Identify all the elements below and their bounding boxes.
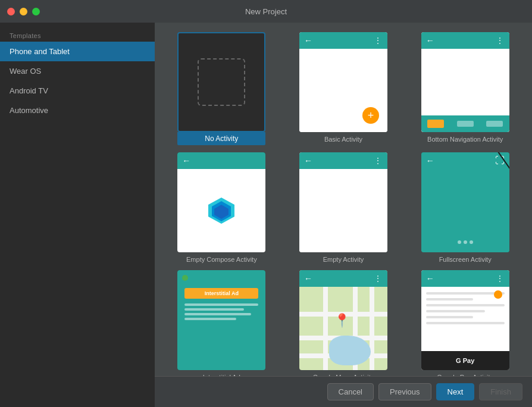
template-card-basic-activity[interactable]: ← ⋮ + Basic Activity xyxy=(286,32,401,145)
compose-header: ← xyxy=(177,152,265,169)
fullscreen-bg xyxy=(421,152,509,252)
compose-body xyxy=(177,169,265,252)
nav-item-1 xyxy=(457,121,474,127)
interstitial-mockup: Interstitial Ad xyxy=(177,270,265,370)
map-road-v3 xyxy=(370,287,374,370)
fullscreen-thumbnail: ← ⛶ xyxy=(421,152,509,252)
sidebar-item-phone-tablet[interactable]: Phone and Tablet xyxy=(0,42,155,61)
template-card-empty-activity[interactable]: ← ⋮ Empty Activity xyxy=(286,152,401,263)
empty-activity-label: Empty Activity xyxy=(323,256,364,263)
nav-item-2 xyxy=(486,121,503,127)
window-controls xyxy=(7,8,40,15)
basic-activity-label: Basic Activity xyxy=(324,136,362,143)
gpay-dots-icon: ⋮ xyxy=(496,274,505,283)
content-area: No Activity ← ⋮ + Basic Activity xyxy=(155,23,532,407)
empty-compose-label: Empty Compose Activity xyxy=(186,256,257,263)
maps-thumbnail: ← ⋮ 📍 xyxy=(299,270,387,370)
interstitial-thumbnail: Interstitial Ad xyxy=(177,270,265,370)
gpay-logo-text: G Pay xyxy=(456,357,474,364)
sidebar-item-wear-os[interactable]: Wear OS xyxy=(0,61,155,81)
main-layout: Templates Phone and Tablet Wear OS Andro… xyxy=(0,23,532,407)
finish-button: Finish xyxy=(479,383,522,400)
nav-item-active xyxy=(427,120,444,128)
template-card-fullscreen[interactable]: ← ⛶ xyxy=(408,152,522,263)
basic-activity-mockup: ← ⋮ + xyxy=(299,32,387,132)
gpay-mockup: ← ⋮ G Pay xyxy=(421,270,509,370)
template-card-maps[interactable]: ← ⋮ 📍 xyxy=(286,270,401,376)
map-water xyxy=(329,336,371,365)
fullscreen-indicator-dots xyxy=(458,240,473,244)
minimize-button[interactable] xyxy=(20,8,27,15)
bottom-navigation-bar xyxy=(421,115,509,132)
menu-dots-icon: ⋮ xyxy=(374,36,383,45)
fullscreen-line xyxy=(440,152,509,169)
window-title: New Project xyxy=(245,7,287,16)
bottom-nav-header: ← ⋮ xyxy=(421,32,509,49)
template-card-interstitial[interactable]: Interstitial Ad Interstitial Ad xyxy=(164,270,279,376)
fullscreen-label: Fullscreen Activity xyxy=(439,256,492,263)
next-button[interactable]: Next xyxy=(436,383,475,400)
template-card-gpay[interactable]: ← ⋮ G Pay xyxy=(408,270,522,376)
menu-dots-icon: ⋮ xyxy=(496,36,505,45)
previous-button[interactable]: Previous xyxy=(378,383,431,400)
fullscreen-mockup: ← ⛶ xyxy=(421,152,509,252)
back-arrow-icon: ← xyxy=(304,36,312,45)
back-arrow-icon: ← xyxy=(426,36,434,45)
basic-activity-body: + xyxy=(299,49,387,132)
bottom-nav-mockup: ← ⋮ xyxy=(421,32,509,132)
sidebar-item-android-tv[interactable]: Android TV xyxy=(0,81,155,101)
empty-compose-mockup: ← xyxy=(177,152,265,252)
basic-activity-header: ← ⋮ xyxy=(299,32,387,49)
interstitial-dot xyxy=(182,275,188,281)
close-button[interactable] xyxy=(7,8,15,15)
basic-activity-thumbnail: ← ⋮ + xyxy=(299,32,387,132)
empty-activity-mockup: ← ⋮ xyxy=(299,152,387,252)
gpay-header: ← ⋮ xyxy=(421,270,509,287)
interstitial-ad-label: Interstitial Ad xyxy=(184,288,258,299)
bottom-nav-label: Bottom Navigation Activity xyxy=(427,136,503,143)
no-activity-label: No Activity xyxy=(177,132,265,145)
menu-dots-icon: ⋮ xyxy=(374,156,383,165)
map-road-v1 xyxy=(323,287,328,370)
sidebar-item-automotive[interactable]: Automotive xyxy=(0,101,155,120)
fab-icon: + xyxy=(362,107,379,124)
title-bar: New Project xyxy=(0,0,532,23)
gpay-orange-dot xyxy=(494,290,502,299)
maximize-button[interactable] xyxy=(32,8,40,15)
gpay-thumbnail: ← ⋮ G Pay xyxy=(421,270,509,370)
gpay-body xyxy=(421,287,509,351)
interstitial-content-lines xyxy=(184,303,258,320)
compose-back-icon: ← xyxy=(182,156,190,165)
template-card-empty-compose[interactable]: ← Empty Compose Activity xyxy=(164,152,279,263)
cancel-button[interactable]: Cancel xyxy=(327,383,374,400)
empty-compose-thumbnail: ← xyxy=(177,152,265,252)
maps-header: ← ⋮ xyxy=(299,270,387,287)
empty-activity-header: ← ⋮ xyxy=(299,152,387,169)
compose-logo-icon xyxy=(206,195,237,226)
map-pin-icon: 📍 xyxy=(334,313,350,328)
template-grid: No Activity ← ⋮ + Basic Activity xyxy=(155,23,532,376)
sidebar: Templates Phone and Tablet Wear OS Andro… xyxy=(0,23,155,407)
bottom-nav-thumbnail: ← ⋮ xyxy=(421,32,509,132)
maps-back-icon: ← xyxy=(304,274,312,283)
bottom-button-bar: Cancel Previous Next Finish xyxy=(155,376,532,407)
back-arrow-icon: ← xyxy=(304,156,312,165)
empty-activity-thumbnail: ← ⋮ xyxy=(299,152,387,252)
template-card-no-activity[interactable]: No Activity xyxy=(164,32,279,145)
gpay-back-icon: ← xyxy=(426,274,434,283)
sidebar-section-label: Templates xyxy=(0,27,155,42)
empty-activity-body xyxy=(299,169,387,252)
bottom-nav-body xyxy=(421,49,509,132)
maps-dots-icon: ⋮ xyxy=(374,274,383,283)
no-activity-thumbnail xyxy=(177,32,265,132)
template-card-bottom-nav[interactable]: ← ⋮ Bottom Navigation Activity xyxy=(408,32,522,145)
gpay-footer: G Pay xyxy=(421,351,509,370)
no-activity-dashed-box xyxy=(198,58,245,106)
maps-mockup: ← ⋮ 📍 xyxy=(299,270,387,370)
